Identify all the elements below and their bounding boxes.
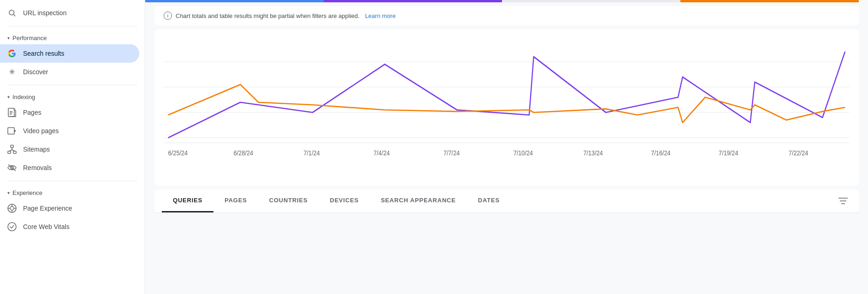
color-bar-blue <box>145 0 324 2</box>
video-pages-icon <box>7 126 17 135</box>
google-g-icon <box>7 49 17 58</box>
color-bar-orange <box>680 0 859 2</box>
svg-text:7/10/24: 7/10/24 <box>514 150 533 157</box>
sidebar-item-page-experience[interactable]: Page Experience <box>0 199 139 218</box>
color-bar-gray <box>502 0 680 2</box>
chart-svg: 6/25/24 6/28/24 7/1/24 7/4/24 7/7/24 7/1… <box>164 36 850 178</box>
sidebar-item-sitemaps-label: Sitemaps <box>23 146 50 153</box>
tab-queries[interactable]: QUERIES <box>162 189 213 212</box>
learn-more-link[interactable]: Learn more <box>365 12 396 19</box>
section-indexing[interactable]: ▾ Indexing <box>0 89 145 103</box>
tabs-container: QUERIES PAGES COUNTRIES DEVICES SEARCH A… <box>154 189 859 213</box>
svg-rect-2 <box>8 108 14 117</box>
sidebar-item-pages[interactable]: Pages <box>0 103 139 122</box>
sidebar-item-core-web-vitals[interactable]: Core Web Vitals <box>0 218 139 236</box>
sidebar-item-pages-label: Pages <box>23 109 41 116</box>
svg-text:7/7/24: 7/7/24 <box>443 150 460 157</box>
svg-text:6/28/24: 6/28/24 <box>234 150 254 157</box>
sidebar-item-core-web-vitals-label: Core Web Vitals <box>23 223 70 230</box>
divider-3 <box>7 181 137 181</box>
svg-marker-7 <box>14 129 16 132</box>
sidebar-item-sitemaps[interactable]: Sitemaps <box>0 140 139 159</box>
discover-star-icon: ✳ <box>7 67 17 76</box>
chevron-experience-icon: ▾ <box>7 190 10 195</box>
svg-point-22 <box>8 223 16 231</box>
sidebar: URL inspection ▾ Performance Search resu… <box>0 0 145 294</box>
sidebar-item-video-pages-label: Video pages <box>23 127 59 135</box>
tab-countries[interactable]: COUNTRIES <box>258 189 319 212</box>
svg-point-0 <box>9 10 14 15</box>
svg-rect-10 <box>13 151 16 153</box>
sidebar-item-removals-label: Removals <box>23 164 52 171</box>
sidebar-item-removals[interactable]: Removals <box>0 159 139 177</box>
sidebar-item-search-results[interactable]: Search results <box>0 44 139 63</box>
color-bar-purple <box>324 0 502 2</box>
main-content: i Chart totals and table results might b… <box>145 0 868 294</box>
section-performance-label: Performance <box>12 35 47 41</box>
chevron-performance-icon: ▾ <box>7 35 10 41</box>
svg-point-17 <box>10 206 14 210</box>
filter-button[interactable] <box>835 195 851 206</box>
info-banner: i Chart totals and table results might b… <box>154 6 859 25</box>
filter-icon <box>838 197 848 205</box>
search-icon <box>7 8 17 18</box>
svg-text:7/19/24: 7/19/24 <box>719 150 738 157</box>
svg-text:7/13/24: 7/13/24 <box>583 150 603 157</box>
tab-pages[interactable]: PAGES <box>213 189 258 212</box>
section-experience[interactable]: ▾ Experience <box>0 185 145 199</box>
svg-text:6/25/24: 6/25/24 <box>168 150 188 157</box>
sidebar-item-url-inspection[interactable]: URL inspection <box>0 4 139 22</box>
tab-devices[interactable]: DEVICES <box>319 189 370 212</box>
tab-search-appearance[interactable]: SEARCH APPEARANCE <box>370 189 467 212</box>
sidebar-item-video-pages[interactable]: Video pages <box>0 122 139 140</box>
divider-2 <box>7 85 137 85</box>
tab-dates[interactable]: DATES <box>467 189 511 212</box>
section-experience-label: Experience <box>12 189 42 196</box>
svg-text:7/1/24: 7/1/24 <box>303 150 320 157</box>
sidebar-item-search-results-label: Search results <box>23 50 64 57</box>
svg-rect-8 <box>11 145 13 147</box>
pages-icon <box>7 108 17 117</box>
svg-line-1 <box>13 14 15 16</box>
removals-icon <box>7 163 17 172</box>
svg-text:7/16/24: 7/16/24 <box>651 150 671 157</box>
info-icon: i <box>164 12 172 20</box>
svg-text:7/22/24: 7/22/24 <box>789 150 809 157</box>
info-text: Chart totals and table results might be … <box>176 12 360 19</box>
tabs-list: QUERIES PAGES COUNTRIES DEVICES SEARCH A… <box>162 189 511 212</box>
chevron-indexing-icon: ▾ <box>7 94 10 100</box>
divider-1 <box>7 26 137 26</box>
sidebar-item-discover[interactable]: ✳ Discover <box>0 63 139 81</box>
sitemaps-icon <box>7 145 17 154</box>
sidebar-item-discover-label: Discover <box>23 68 48 76</box>
section-performance[interactable]: ▾ Performance <box>0 30 145 44</box>
core-web-vitals-icon <box>7 222 17 231</box>
svg-text:7/4/24: 7/4/24 <box>373 150 390 157</box>
color-bar <box>145 0 859 2</box>
sidebar-item-page-experience-label: Page Experience <box>23 205 72 212</box>
svg-rect-6 <box>8 128 14 134</box>
page-experience-icon <box>7 204 17 213</box>
section-indexing-label: Indexing <box>12 94 35 100</box>
chart-container: 6/25/24 6/28/24 7/1/24 7/4/24 7/7/24 7/1… <box>154 29 859 186</box>
sidebar-item-url-inspection-label: URL inspection <box>23 9 66 17</box>
svg-rect-9 <box>8 151 11 153</box>
tabs-bar: QUERIES PAGES COUNTRIES DEVICES SEARCH A… <box>154 189 859 213</box>
